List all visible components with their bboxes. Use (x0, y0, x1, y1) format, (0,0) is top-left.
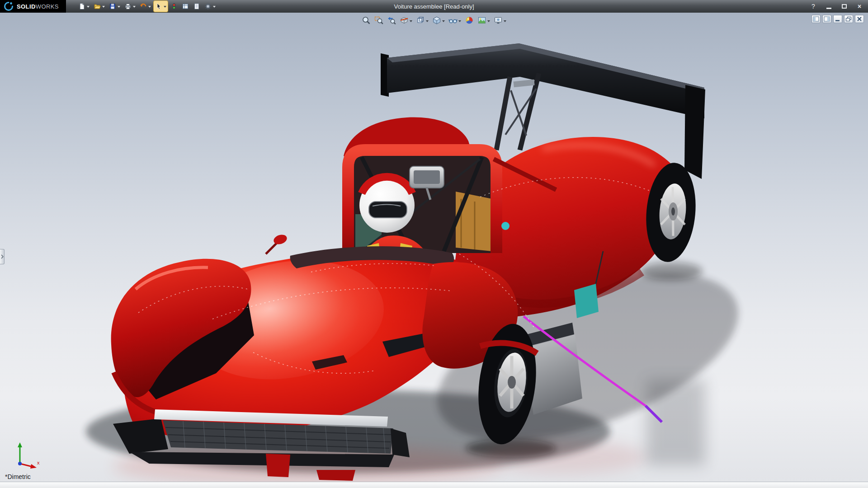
minimize-document-icon (835, 16, 841, 22)
window-controls: ? × (809, 0, 863, 13)
toggle-task-pane-icon (824, 16, 830, 22)
dropdown-caret-icon[interactable] (102, 6, 105, 9)
car-assembly-model[interactable] (0, 13, 868, 482)
minimize-document-button[interactable] (833, 15, 842, 23)
save-floppy-icon (109, 3, 116, 10)
dropdown-caret-icon[interactable] (118, 6, 120, 9)
selection-filter-button[interactable] (169, 1, 179, 12)
view-orientation-button[interactable] (415, 15, 429, 25)
new-document-button[interactable] (77, 1, 91, 12)
section-view-button[interactable] (399, 15, 413, 25)
zoom-to-area-button[interactable] (373, 15, 384, 25)
dropdown-caret-icon[interactable] (504, 20, 506, 23)
main-toolbar (77, 1, 217, 12)
undo-arrow-icon (140, 3, 147, 10)
graphics-area[interactable]: x *Dimetric (0, 13, 868, 482)
brand-text-works: WORKS (36, 3, 59, 10)
document-window-controls (811, 15, 864, 23)
display-style-button[interactable] (431, 15, 446, 25)
close-document-button[interactable] (855, 15, 864, 23)
wing-struts (496, 73, 539, 150)
print-icon (124, 3, 132, 10)
view-settings-button[interactable] (493, 15, 507, 25)
expand-arrow-icon (1, 254, 4, 259)
close-document-icon (856, 16, 863, 22)
dropdown-caret-icon[interactable] (213, 6, 216, 9)
dropdown-caret-icon[interactable] (487, 20, 490, 23)
selection-filter-icon (170, 3, 178, 10)
solidworks-logo: SOLIDWORKS (0, 0, 66, 13)
z-axis-dot (18, 462, 22, 465)
title-bar: SOLIDWORKS (0, 0, 868, 13)
featuremanager-collapsed-tab[interactable] (0, 249, 5, 264)
select-cursor-icon (155, 3, 162, 10)
rebuild-button[interactable] (180, 1, 190, 12)
edit-appearance-button[interactable] (464, 15, 475, 25)
view-orientation-cube-icon (416, 16, 425, 25)
solidworks-window: SOLIDWORKS (0, 0, 868, 488)
dropdown-caret-icon[interactable] (458, 20, 461, 23)
window-title: Voiture assemblee [Read-only] (394, 3, 474, 10)
minimize-button[interactable] (825, 2, 833, 11)
orientation-triad: x (6, 441, 42, 473)
maximize-button[interactable] (840, 2, 848, 11)
triad-x-label: x (37, 460, 40, 465)
file-properties-icon (193, 3, 200, 10)
apply-scene-icon (477, 16, 486, 25)
dropdown-caret-icon[interactable] (133, 6, 136, 9)
minimize-icon (826, 8, 831, 9)
zoom-to-area-icon (374, 16, 383, 25)
dropdown-caret-icon[interactable] (87, 6, 90, 9)
options-gear-icon (204, 3, 212, 10)
edit-appearance-ball-icon (465, 16, 474, 25)
options-button[interactable] (203, 1, 217, 12)
help-button[interactable]: ? (809, 2, 817, 11)
save-button[interactable] (108, 1, 122, 12)
hide-show-glasses-icon (448, 16, 458, 25)
brand-text-solid: SOLID (17, 3, 36, 10)
hide-show-items-button[interactable] (448, 15, 462, 25)
toggle-task-pane-button[interactable] (822, 15, 831, 23)
status-bar (0, 482, 868, 488)
toggle-left-pane-button[interactable] (811, 15, 821, 23)
dassault-systemes-logo-icon (4, 1, 14, 11)
zoom-to-fit-button[interactable] (361, 15, 372, 25)
dropdown-caret-icon[interactable] (442, 20, 445, 23)
apply-scene-button[interactable] (476, 15, 491, 25)
section-view-icon (400, 16, 409, 25)
view-orientation-label: *Dimetric (5, 473, 31, 480)
new-document-icon (78, 3, 85, 10)
select-tool-button[interactable] (154, 1, 168, 12)
view-settings-icon (494, 16, 503, 25)
previous-view-icon (387, 16, 396, 25)
zoom-to-fit-icon (362, 16, 371, 25)
heads-up-view-toolbar (361, 15, 507, 25)
close-button[interactable]: × (855, 2, 863, 11)
maximize-icon (842, 4, 847, 9)
toggle-left-pane-icon (813, 16, 819, 22)
y-axis-arrow (18, 442, 22, 447)
undo-button[interactable] (138, 1, 152, 12)
dropdown-caret-icon[interactable] (148, 6, 151, 9)
x-axis-arrow (30, 464, 37, 469)
open-document-button[interactable] (92, 1, 106, 12)
dropdown-caret-icon[interactable] (410, 20, 412, 23)
previous-view-button[interactable] (386, 15, 397, 25)
dropdown-caret-icon[interactable] (426, 20, 429, 23)
print-button[interactable] (123, 1, 137, 12)
rebuild-sheet-icon (182, 3, 189, 10)
open-folder-icon (94, 3, 101, 10)
restore-document-icon (845, 16, 852, 22)
restore-document-button[interactable] (844, 15, 853, 23)
file-properties-button[interactable] (192, 1, 202, 12)
dropdown-caret-icon[interactable] (164, 6, 166, 9)
display-style-icon (432, 16, 441, 25)
